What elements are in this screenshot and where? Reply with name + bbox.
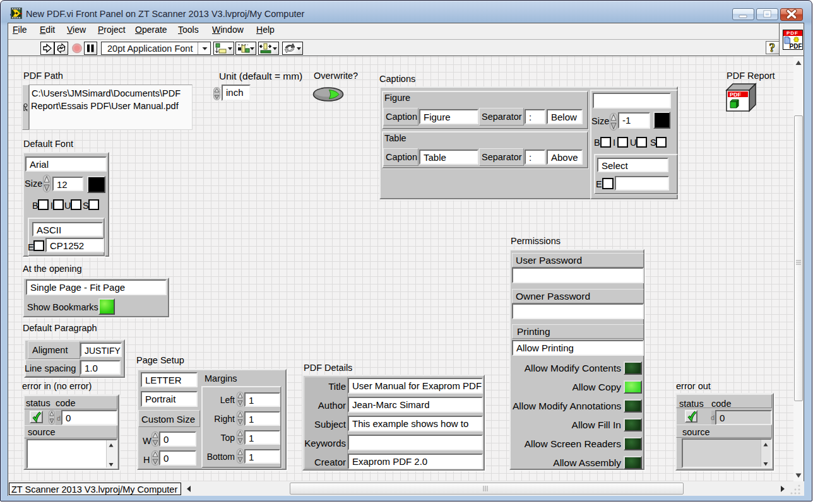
svg-text:?: ?: [769, 41, 776, 54]
svg-text:PDF: PDF: [790, 43, 802, 50]
svg-text:PDF: PDF: [730, 91, 742, 98]
